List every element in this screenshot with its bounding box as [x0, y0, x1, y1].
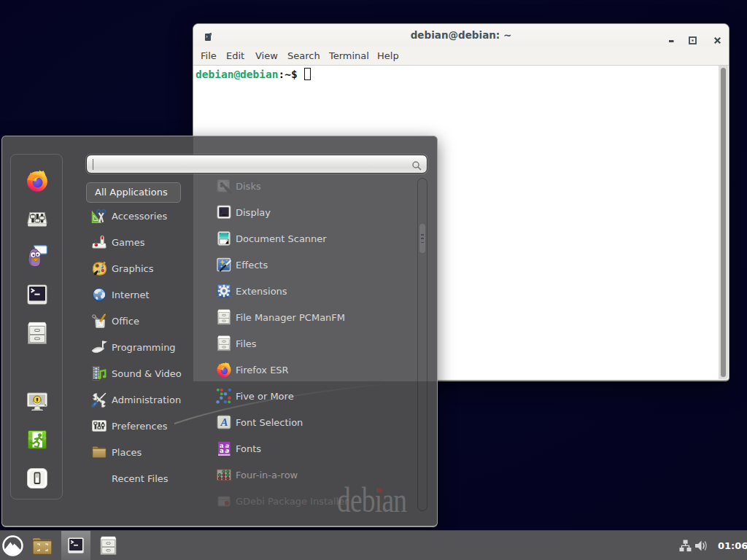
category-label: Sound & Video — [112, 368, 182, 379]
maximize-button[interactable] — [689, 34, 697, 42]
category-label: Places — [112, 447, 142, 458]
category-row-administration[interactable]: Administration — [86, 386, 216, 413]
application-row-extensions[interactable]: Extensions — [214, 278, 419, 304]
terminal-window-title: debian@debian: ~ — [193, 24, 729, 47]
category-icon — [91, 392, 107, 408]
application-row-fonts[interactable]: Fonts — [214, 435, 419, 462]
taskbar-clock[interactable]: 01:06 — [718, 531, 747, 560]
category-row-places[interactable]: Places — [86, 439, 216, 465]
application-row-document-scanner[interactable]: Document Scanner — [214, 225, 419, 252]
application-row-disks[interactable]: Disks — [214, 173, 419, 199]
category-label: Programming — [112, 342, 176, 353]
application-row-file-manager-pcmanfm[interactable]: File Manager PCManFM — [214, 304, 419, 330]
application-icon — [216, 362, 232, 378]
category-label: Office — [112, 316, 139, 327]
application-list: Disks Display Document Scanner Effects E… — [214, 173, 419, 514]
menubar-item-edit[interactable]: Edit — [226, 47, 244, 65]
category-icon — [91, 287, 107, 303]
favorite-item-settings-mixer[interactable] — [26, 207, 49, 230]
application-icon — [216, 440, 232, 456]
session-item-shut-down[interactable] — [26, 467, 49, 490]
session-group — [11, 390, 63, 490]
terminal-titlebar[interactable]: debian@debian: ~ — [193, 24, 729, 47]
application-label: Disks — [236, 181, 261, 192]
category-row-preferences[interactable]: Preferences — [86, 413, 216, 439]
terminal-menubar: FileEditViewSearchTerminalHelp — [193, 47, 729, 66]
volume-icon[interactable] — [694, 540, 708, 552]
application-label: Four-in-a-row — [236, 470, 298, 481]
terminal-window-icon — [204, 31, 212, 40]
category-icon — [91, 234, 107, 250]
category-row-recent-files[interactable]: Recent Files — [86, 465, 216, 491]
application-label: Files — [236, 338, 257, 349]
menu-logo-icon — [2, 535, 23, 556]
prompt-user: debian@debian — [196, 69, 279, 80]
session-item-lock-screen[interactable] — [26, 390, 49, 413]
category-label: Administration — [112, 394, 181, 405]
menubar-item-help[interactable]: Help — [377, 47, 399, 65]
application-row-effects[interactable]: Effects — [214, 252, 419, 278]
network-icon[interactable] — [679, 540, 692, 552]
favorite-item-file-manager[interactable] — [26, 322, 49, 345]
application-row-files[interactable]: Files — [214, 330, 419, 357]
application-row-gdebi-package-installer[interactable]: GDebi Package Installer — [214, 488, 419, 514]
menubar-item-terminal[interactable]: Terminal — [329, 47, 369, 65]
category-icon — [91, 339, 107, 355]
menubar-item-search[interactable]: Search — [287, 47, 320, 65]
category-label: Games — [112, 237, 144, 248]
terminal-scrollbar-thumb[interactable] — [721, 68, 726, 377]
application-icon — [216, 178, 232, 194]
application-icon — [216, 493, 232, 509]
close-button[interactable] — [713, 34, 721, 42]
category-icon — [91, 365, 107, 381]
taskbar-menu-button[interactable] — [0, 531, 26, 560]
application-row-four-in-a-row[interactable]: Four-in-a-row — [214, 462, 419, 488]
category-row-programming[interactable]: Programming — [86, 334, 216, 360]
all-applications-button[interactable]: All Applications — [86, 182, 181, 203]
application-icon — [216, 257, 232, 273]
folder-icon — [31, 537, 53, 556]
terminal-scrollbar[interactable] — [719, 66, 728, 379]
favorite-item-firefox-browser[interactable] — [26, 169, 49, 192]
application-menu: debian All Applications Accessories Game… — [1, 136, 438, 527]
application-row-display[interactable]: Display — [214, 199, 419, 225]
category-label: Accessories — [112, 211, 167, 222]
application-label: Fonts — [236, 443, 261, 454]
menu-scrollbar[interactable] — [417, 178, 427, 511]
application-icon — [216, 388, 232, 404]
application-label: Display — [236, 207, 271, 218]
application-row-font-selection[interactable]: Font Selection — [214, 409, 419, 435]
category-row-games[interactable]: Games — [86, 229, 216, 255]
category-label: Recent Files — [112, 473, 169, 484]
category-row-internet[interactable]: Internet — [86, 281, 216, 308]
application-icon — [216, 335, 232, 351]
application-icon — [216, 467, 232, 483]
taskbar-terminal-button[interactable] — [61, 531, 90, 560]
taskbar: 01:06 — [0, 530, 747, 560]
taskbar-file-manager-button[interactable] — [29, 531, 55, 560]
taskbar-files-button[interactable] — [95, 531, 121, 560]
category-label: Internet — [112, 289, 150, 300]
category-row-sound-video[interactable]: Sound & Video — [86, 360, 216, 386]
category-icon — [91, 444, 107, 460]
category-row-accessories[interactable]: Accessories — [86, 203, 216, 229]
application-icon — [216, 283, 232, 299]
session-item-log-out[interactable] — [26, 428, 49, 451]
category-row-office[interactable]: Office — [86, 308, 216, 334]
category-row-graphics[interactable]: Graphics — [86, 255, 216, 281]
favorite-item-pidgin-messenger[interactable] — [26, 245, 49, 268]
application-label: Font Selection — [236, 417, 303, 428]
prompt-path: :~$ — [279, 69, 298, 80]
menubar-item-file[interactable]: File — [201, 47, 217, 65]
menu-search-input[interactable] — [86, 155, 427, 174]
menubar-item-view[interactable]: View — [255, 47, 278, 65]
category-list: Accessories Games Graphics Internet Offi… — [86, 203, 216, 491]
application-row-five-or-more[interactable]: Five or More — [214, 383, 419, 409]
category-icon — [91, 260, 107, 276]
application-label: Five or More — [236, 391, 294, 402]
category-icon — [91, 418, 107, 434]
favorite-item-terminal[interactable] — [26, 283, 49, 306]
minimize-button[interactable] — [667, 34, 676, 42]
application-row-firefox-esr[interactable]: Firefox ESR — [214, 357, 419, 383]
application-label: Effects — [236, 260, 268, 271]
